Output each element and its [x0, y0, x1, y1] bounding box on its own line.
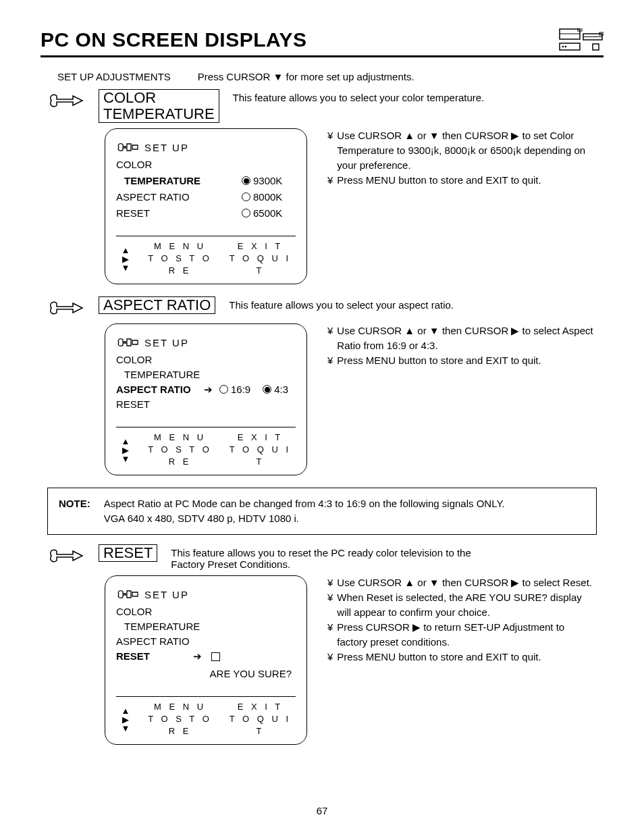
- setup-adjustments-label: SET UP ADJUSTMENTS: [57, 71, 171, 82]
- menu-label: M E N U: [154, 432, 206, 442]
- header-remote-icon: [559, 28, 603, 51]
- note-body: Aspect Ratio at PC Mode can be changed f…: [104, 496, 505, 526]
- radio-icon: [219, 385, 228, 394]
- ct-opt-9300: 9300K: [242, 174, 296, 188]
- page-title: PC ON SCREEN DISPLAYS: [41, 28, 306, 51]
- setup-glyph-icon: [116, 588, 139, 600]
- bullet-icon: ¥: [327, 128, 333, 173]
- arrow-right-icon: ➔: [204, 382, 213, 397]
- exit-sub: T O Q U I T: [230, 444, 291, 467]
- bullet-icon: ¥: [327, 353, 333, 368]
- ar-opt-43: 4:3: [263, 382, 288, 397]
- screen-ar-header: SET UP: [144, 337, 189, 348]
- menu-sub: T O S T O R E: [148, 714, 212, 736]
- ct-opt-8000: 8000K: [242, 190, 296, 205]
- reset-label: RESET: [99, 544, 157, 562]
- square-icon: [211, 652, 220, 661]
- page-number: 67: [0, 805, 644, 816]
- rs-item-color: COLOR: [116, 604, 296, 619]
- menu-label: M E N U: [154, 241, 206, 251]
- bullet-icon: ¥: [327, 173, 333, 188]
- title-rule: [41, 55, 603, 57]
- rs-item-temperature: TEMPERATURE: [116, 619, 296, 634]
- svg-point-7: [562, 46, 564, 48]
- radio-icon: [242, 192, 250, 201]
- svg-point-8: [565, 46, 567, 48]
- aspect-ratio-description: This feature allows you to select your a…: [229, 296, 454, 311]
- note-label: NOTE:: [59, 496, 90, 526]
- setup-hint: Press CURSOR ▼ for more set up adjustmen…: [198, 71, 414, 82]
- menu-sub: T O S T O R E: [148, 253, 212, 276]
- screen-ct-header: SET UP: [144, 142, 189, 153]
- bullet-icon: ¥: [327, 620, 333, 650]
- svg-rect-9: [593, 44, 599, 50]
- ar-item-color: COLOR: [116, 353, 296, 367]
- arrow-right-icon: ➔: [193, 649, 202, 664]
- ar-item-aspect: ASPECT RATIO: [116, 382, 197, 397]
- ar-opt-169: 16:9: [219, 382, 250, 397]
- ct-item-temperature: TEMPERATURE: [116, 174, 242, 188]
- screen-color-temperature: SET UP COLOR TEMPERATURE 9300K ASPECT RA…: [105, 128, 307, 284]
- rs-item-aspect: ASPECT RATIO: [116, 634, 296, 649]
- bullet-icon: ¥: [327, 323, 333, 353]
- menu-sub: T O S T O R E: [148, 444, 212, 467]
- are-you-sure-prompt: ARE YOU SURE?: [116, 667, 296, 681]
- screen-reset-header: SET UP: [144, 589, 189, 600]
- reset-steps: ¥Use CURSOR ▲ or ▼ then CURSOR ▶ to sele…: [327, 575, 597, 664]
- exit-label: E X I T: [238, 702, 284, 712]
- note-box: NOTE: Aspect Ratio at PC Mode can be cha…: [47, 488, 597, 535]
- color-temperature-description: This feature allows you to select your c…: [233, 89, 485, 103]
- ct-item-reset: RESET: [116, 206, 242, 221]
- ar-item-temperature: TEMPERATURE: [116, 367, 296, 382]
- exit-label: E X I T: [238, 432, 284, 442]
- ct-opt-6500: 6500K: [242, 206, 296, 221]
- bullet-icon: ¥: [327, 650, 333, 664]
- screen-reset: SET UP COLOR TEMPERATURE ASPECT RATIO RE…: [105, 575, 307, 745]
- reset-description: This feature allows you to reset the PC …: [171, 544, 481, 570]
- ar-item-reset: RESET: [116, 397, 296, 412]
- bullet-icon: ¥: [327, 590, 333, 620]
- aspect-ratio-label: ASPECT RATIO: [99, 296, 215, 314]
- nav-arrows-icon: ▲▶▼: [116, 706, 135, 733]
- exit-sub: T O Q U I T: [230, 253, 291, 276]
- rs-item-reset: RESET: [116, 649, 184, 664]
- radio-selected-icon: [263, 385, 271, 394]
- color-temperature-label: COLOR TEMPERATURE: [99, 89, 219, 123]
- aspect-ratio-steps: ¥Use CURSOR ▲ or ▼ then CURSOR ▶ to sele…: [327, 323, 597, 368]
- color-temperature-steps: ¥Use CURSOR ▲ or ▼ then CURSOR ▶ to set …: [327, 128, 597, 188]
- pointer-icon: [47, 546, 85, 566]
- pointer-icon: [47, 298, 85, 318]
- nav-arrows-icon: ▲▶▼: [116, 246, 135, 272]
- ct-item-color: COLOR: [116, 157, 242, 172]
- ct-item-aspect: ASPECT RATIO: [116, 190, 242, 205]
- exit-sub: T O Q U I T: [230, 714, 291, 736]
- exit-label: E X I T: [238, 241, 284, 251]
- radio-icon: [242, 209, 250, 217]
- menu-label: M E N U: [154, 702, 206, 712]
- bullet-icon: ¥: [327, 575, 333, 590]
- pointer-icon: [47, 90, 85, 111]
- setup-glyph-icon: [116, 141, 139, 153]
- nav-arrows-icon: ▲▶▼: [116, 437, 135, 463]
- setup-glyph-icon: [116, 336, 139, 348]
- screen-aspect-ratio: SET UP COLOR TEMPERATURE ASPECT RATIO ➔ …: [105, 323, 307, 475]
- radio-selected-icon: [242, 176, 250, 185]
